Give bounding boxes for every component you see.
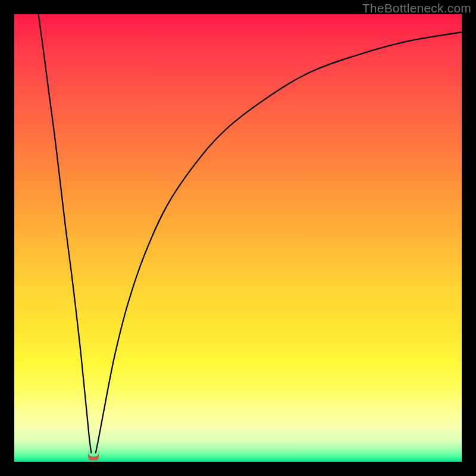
- curve-minimum-nub: [88, 452, 99, 460]
- watermark-text: TheBottleneck.com: [362, 1, 471, 15]
- bottleneck-curve: [14, 14, 462, 462]
- bottleneck-curve-path: [39, 14, 462, 453]
- chart-frame: TheBottleneck.com: [0, 0, 476, 476]
- chart-plot-area: [14, 14, 462, 462]
